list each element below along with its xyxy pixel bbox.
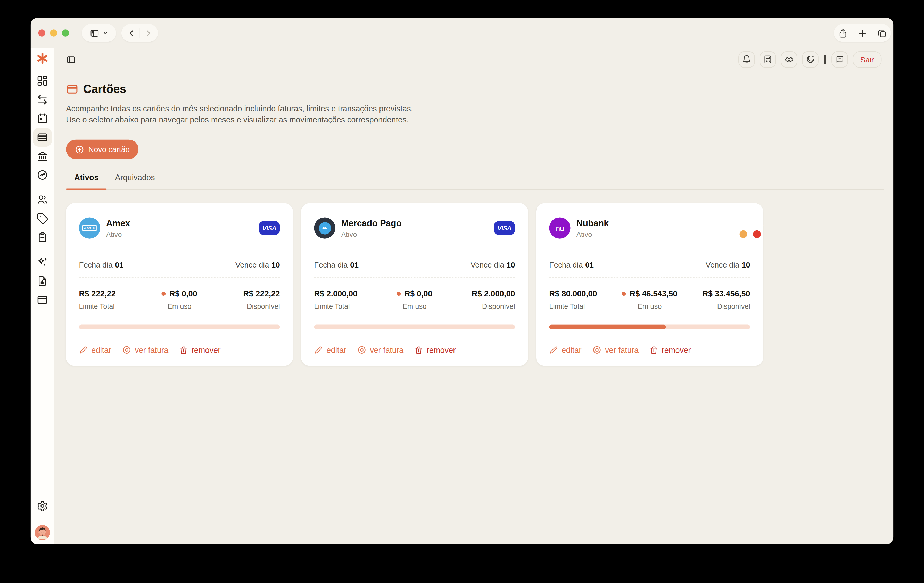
- browser-navigation: [121, 24, 158, 42]
- calendar-icon: [36, 113, 48, 125]
- chevron-down-icon: [102, 30, 109, 36]
- sidebar-item-cards[interactable]: [33, 128, 51, 147]
- usage-progress-bar: [314, 324, 515, 329]
- view-invoice-link[interactable]: ver fatura: [122, 345, 168, 355]
- sidebar-item-performance[interactable]: [33, 165, 51, 184]
- sidebar-panel-icon: [89, 28, 99, 38]
- calculator-button[interactable]: [759, 51, 776, 68]
- sidebar-item-ai-assistant[interactable]: [33, 253, 51, 272]
- card-amex: AMEX Amex Ativo VISA Fecha dia01 Venc: [66, 203, 293, 366]
- edit-card-link[interactable]: editar: [79, 346, 111, 354]
- usage-dot: [162, 292, 166, 296]
- app-logo-asterisk-icon: [35, 51, 49, 66]
- tag-icon: [36, 212, 48, 224]
- browser-window: Sair Cartões Acompanhe todas os: [31, 18, 893, 544]
- cards-page-icon: [66, 83, 78, 96]
- close-day: Fecha dia01: [314, 260, 359, 269]
- cards-tabs: Ativos Arquivados: [66, 173, 884, 190]
- sidebar-item-wallet[interactable]: [33, 290, 51, 309]
- edit-card-link[interactable]: editar: [549, 346, 581, 354]
- limit-total: R$ 2.000,00 Limite Total: [314, 289, 381, 310]
- profile-avatar[interactable]: [35, 525, 50, 540]
- share-icon[interactable]: [838, 28, 848, 38]
- logout-button[interactable]: Sair: [853, 51, 881, 68]
- dark-mode-button[interactable]: [802, 51, 818, 68]
- transfer-arrows-icon: [36, 94, 48, 105]
- sidebar-item-reports[interactable]: [33, 272, 51, 290]
- remove-card-link[interactable]: remover: [414, 346, 455, 354]
- dashed-divider: [549, 278, 750, 278]
- pencil-icon: [314, 346, 323, 354]
- card-name: Mercado Pago: [341, 218, 401, 228]
- dashboard-icon: [36, 75, 48, 87]
- page-description: Acompanhe todas os cartões do mês seleci…: [66, 103, 415, 125]
- logout-label: Sair: [860, 55, 874, 64]
- view-invoice-link[interactable]: ver fatura: [592, 345, 639, 355]
- pencil-icon: [79, 346, 87, 354]
- in-use: R$ 0,00 Em uso: [146, 289, 213, 310]
- minimize-window-button[interactable]: [50, 30, 57, 36]
- tab-ativos[interactable]: Ativos: [66, 173, 107, 189]
- dashed-divider: [314, 278, 515, 278]
- users-icon: [36, 194, 48, 206]
- remove-card-link[interactable]: remover: [649, 346, 691, 354]
- remove-card-link[interactable]: remover: [179, 346, 220, 354]
- new-card-button[interactable]: Novo cartão: [66, 140, 139, 159]
- credit-card-icon: [36, 132, 48, 143]
- sidebar-item-notes[interactable]: [33, 228, 51, 247]
- panel-toggle-icon[interactable]: [66, 54, 76, 64]
- dashed-divider: [79, 252, 280, 252]
- sidebar-item-transactions[interactable]: [33, 90, 51, 109]
- sidebar-item-users[interactable]: [33, 190, 51, 209]
- visa-badge: VISA: [259, 221, 280, 235]
- privacy-button[interactable]: [780, 51, 797, 68]
- in-use: R$ 46.543,50 Em uso: [616, 289, 683, 310]
- back-button[interactable]: [127, 29, 136, 37]
- gear-icon: [36, 500, 48, 512]
- tab-overview-icon[interactable]: [877, 28, 887, 38]
- card-status: Ativo: [576, 230, 609, 239]
- dashed-divider: [79, 278, 280, 278]
- browser-window-actions: [834, 24, 891, 42]
- zoom-window-button[interactable]: [62, 30, 69, 36]
- amex-avatar: AMEX: [79, 217, 100, 239]
- forward-button[interactable]: [144, 29, 152, 37]
- close-day: Fecha dia01: [79, 260, 124, 269]
- target-icon: [357, 345, 366, 355]
- available: R$ 33.456,50 Disponível: [683, 289, 750, 310]
- file-chart-icon: [36, 275, 48, 287]
- edit-card-link[interactable]: editar: [314, 346, 346, 354]
- mercado-pago-avatar: [314, 217, 335, 239]
- due-day: Vence dia10: [706, 260, 750, 269]
- sidebar-item-banks[interactable]: [33, 147, 51, 165]
- toolbar-divider: [824, 55, 825, 64]
- sidebar-item-dashboard[interactable]: [33, 71, 51, 90]
- sidebar-item-settings[interactable]: [33, 497, 51, 515]
- usage-progress-bar: [79, 324, 280, 329]
- nav-divider: [139, 28, 140, 38]
- feedback-button[interactable]: [832, 51, 848, 68]
- dashed-divider: [314, 252, 515, 252]
- usage-progress-bar: [549, 324, 750, 329]
- app-sidebar: [31, 48, 54, 544]
- eye-icon: [784, 55, 794, 64]
- view-invoice-link[interactable]: ver fatura: [357, 345, 404, 355]
- sidebar-item-tags[interactable]: [33, 209, 51, 228]
- sidebar-item-calendar[interactable]: [33, 109, 51, 128]
- browser-sidebar-toggle[interactable]: [82, 24, 116, 42]
- close-window-button[interactable]: [38, 30, 45, 36]
- cards-list: AMEX Amex Ativo VISA Fecha dia01 Venc: [66, 203, 884, 366]
- browser-titlebar: [31, 18, 893, 48]
- new-tab-icon[interactable]: [858, 28, 868, 38]
- card-status: Ativo: [106, 230, 130, 239]
- window-controls: [38, 30, 69, 36]
- notifications-button[interactable]: [738, 51, 755, 68]
- bank-icon: [36, 150, 48, 162]
- tab-arquivados[interactable]: Arquivados: [107, 173, 163, 189]
- trash-icon: [179, 346, 188, 354]
- due-day: Vence dia10: [235, 260, 280, 269]
- usage-dot: [397, 292, 401, 296]
- calculator-icon: [763, 55, 773, 64]
- card-status: Ativo: [341, 230, 401, 239]
- available: R$ 222,22 Disponível: [213, 289, 280, 310]
